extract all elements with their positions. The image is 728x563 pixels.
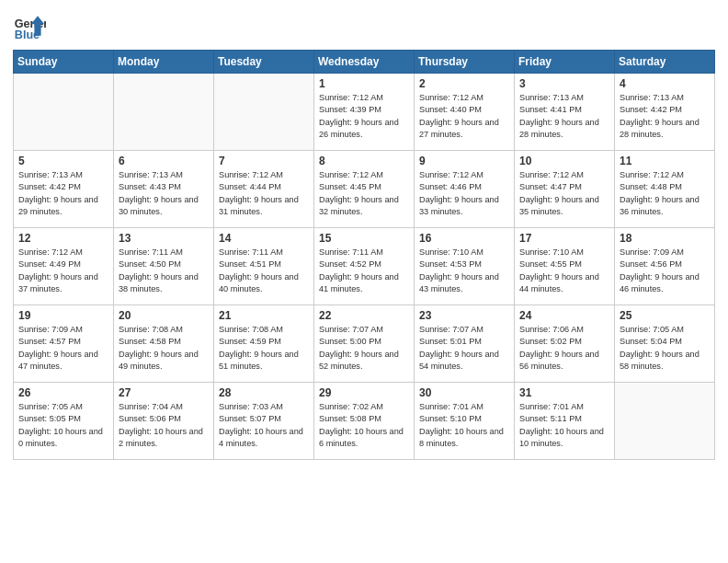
day-info: Sunrise: 7:13 AMSunset: 4:42 PMDaylight:… [18,169,108,218]
calendar-cell: 7Sunrise: 7:12 AMSunset: 4:44 PMDaylight… [214,151,314,228]
day-info: Sunrise: 7:05 AMSunset: 5:05 PMDaylight:… [18,401,108,450]
day-number: 11 [620,155,710,167]
day-number: 29 [319,386,409,399]
day-info: Sunrise: 7:12 AMSunset: 4:47 PMDaylight:… [519,169,609,218]
day-info: Sunrise: 7:12 AMSunset: 4:45 PMDaylight:… [319,169,409,218]
day-number: 31 [519,386,609,399]
day-number: 24 [519,309,609,322]
calendar-cell [114,74,214,151]
calendar-cell: 1Sunrise: 7:12 AMSunset: 4:39 PMDaylight… [314,74,415,151]
calendar-cell: 21Sunrise: 7:08 AMSunset: 4:59 PMDayligh… [214,305,314,383]
weekday-header-monday: Monday [114,51,214,74]
day-number: 28 [219,386,309,399]
day-number: 22 [319,309,409,322]
day-number: 14 [219,232,309,245]
day-number: 25 [620,309,710,322]
week-row-1: 1Sunrise: 7:12 AMSunset: 4:39 PMDaylight… [14,74,715,151]
calendar-cell: 4Sunrise: 7:13 AMSunset: 4:42 PMDaylight… [615,74,715,151]
calendar-cell: 24Sunrise: 7:06 AMSunset: 5:02 PMDayligh… [515,305,615,383]
day-info: Sunrise: 7:07 AMSunset: 5:01 PMDaylight:… [419,324,509,373]
week-row-4: 19Sunrise: 7:09 AMSunset: 4:57 PMDayligh… [14,305,715,383]
calendar-cell: 25Sunrise: 7:05 AMSunset: 5:04 PMDayligh… [615,305,715,383]
calendar-cell: 2Sunrise: 7:12 AMSunset: 4:40 PMDaylight… [415,74,515,151]
weekday-header-sunday: Sunday [14,51,114,74]
week-row-5: 26Sunrise: 7:05 AMSunset: 5:05 PMDayligh… [14,383,715,460]
day-number: 15 [319,232,409,245]
page: General Blue SundayMondayTuesdayWednesda… [0,0,728,563]
calendar-cell: 9Sunrise: 7:12 AMSunset: 4:46 PMDaylight… [415,151,515,228]
calendar-cell: 3Sunrise: 7:13 AMSunset: 4:41 PMDaylight… [515,74,615,151]
day-number: 3 [519,77,609,90]
day-number: 27 [119,386,209,399]
day-info: Sunrise: 7:02 AMSunset: 5:08 PMDaylight:… [319,401,409,450]
header: General Blue [13,9,715,42]
calendar-cell: 19Sunrise: 7:09 AMSunset: 4:57 PMDayligh… [14,305,114,383]
day-number: 16 [419,232,509,245]
day-info: Sunrise: 7:12 AMSunset: 4:39 PMDaylight:… [319,92,409,141]
calendar-cell: 22Sunrise: 7:07 AMSunset: 5:00 PMDayligh… [314,305,415,383]
calendar-cell: 27Sunrise: 7:04 AMSunset: 5:06 PMDayligh… [114,383,214,460]
day-number: 6 [119,155,209,167]
day-number: 2 [419,77,509,90]
day-number: 18 [620,232,710,245]
day-info: Sunrise: 7:01 AMSunset: 5:10 PMDaylight:… [419,401,509,450]
calendar-cell: 11Sunrise: 7:12 AMSunset: 4:48 PMDayligh… [615,151,715,228]
calendar-cell: 6Sunrise: 7:13 AMSunset: 4:43 PMDaylight… [114,151,214,228]
day-info: Sunrise: 7:04 AMSunset: 5:06 PMDaylight:… [119,401,209,450]
calendar-cell [214,74,314,151]
calendar-cell: 16Sunrise: 7:10 AMSunset: 4:53 PMDayligh… [415,228,515,305]
day-number: 17 [519,232,609,245]
calendar-cell: 12Sunrise: 7:12 AMSunset: 4:49 PMDayligh… [14,228,114,305]
day-info: Sunrise: 7:08 AMSunset: 4:58 PMDaylight:… [119,324,209,373]
calendar-cell: 17Sunrise: 7:10 AMSunset: 4:55 PMDayligh… [515,228,615,305]
weekday-header-wednesday: Wednesday [314,51,415,74]
day-info: Sunrise: 7:12 AMSunset: 4:40 PMDaylight:… [419,92,509,141]
day-number: 12 [18,232,108,245]
calendar-cell: 8Sunrise: 7:12 AMSunset: 4:45 PMDaylight… [314,151,415,228]
day-number: 30 [419,386,509,399]
day-info: Sunrise: 7:12 AMSunset: 4:44 PMDaylight:… [219,169,309,218]
day-number: 26 [18,386,108,399]
logo-icon: General Blue [13,9,46,42]
day-info: Sunrise: 7:08 AMSunset: 4:59 PMDaylight:… [219,324,309,373]
day-info: Sunrise: 7:09 AMSunset: 4:57 PMDaylight:… [18,324,108,373]
day-info: Sunrise: 7:11 AMSunset: 4:50 PMDaylight:… [119,247,209,295]
calendar-cell: 5Sunrise: 7:13 AMSunset: 4:42 PMDaylight… [14,151,114,228]
day-number: 21 [219,309,309,322]
day-number: 13 [119,232,209,245]
weekday-header-saturday: Saturday [615,51,715,74]
calendar: SundayMondayTuesdayWednesdayThursdayFrid… [13,50,715,460]
calendar-cell: 26Sunrise: 7:05 AMSunset: 5:05 PMDayligh… [14,383,114,460]
calendar-cell: 13Sunrise: 7:11 AMSunset: 4:50 PMDayligh… [114,228,214,305]
calendar-cell: 28Sunrise: 7:03 AMSunset: 5:07 PMDayligh… [214,383,314,460]
calendar-cell: 31Sunrise: 7:01 AMSunset: 5:11 PMDayligh… [515,383,615,460]
calendar-cell: 29Sunrise: 7:02 AMSunset: 5:08 PMDayligh… [314,383,415,460]
weekday-header-row: SundayMondayTuesdayWednesdayThursdayFrid… [14,51,715,74]
day-info: Sunrise: 7:05 AMSunset: 5:04 PMDaylight:… [620,324,710,373]
day-info: Sunrise: 7:10 AMSunset: 4:55 PMDaylight:… [519,247,609,295]
day-info: Sunrise: 7:11 AMSunset: 4:52 PMDaylight:… [319,247,409,295]
weekday-header-friday: Friday [515,51,615,74]
weekday-header-tuesday: Tuesday [214,51,314,74]
calendar-cell: 15Sunrise: 7:11 AMSunset: 4:52 PMDayligh… [314,228,415,305]
day-number: 1 [319,77,409,90]
day-info: Sunrise: 7:09 AMSunset: 4:56 PMDaylight:… [620,247,710,295]
calendar-cell: 18Sunrise: 7:09 AMSunset: 4:56 PMDayligh… [615,228,715,305]
day-info: Sunrise: 7:13 AMSunset: 4:42 PMDaylight:… [620,92,710,141]
day-info: Sunrise: 7:01 AMSunset: 5:11 PMDaylight:… [519,401,609,450]
day-number: 10 [519,155,609,167]
week-row-2: 5Sunrise: 7:13 AMSunset: 4:42 PMDaylight… [14,151,715,228]
calendar-cell: 14Sunrise: 7:11 AMSunset: 4:51 PMDayligh… [214,228,314,305]
day-info: Sunrise: 7:13 AMSunset: 4:43 PMDaylight:… [119,169,209,218]
day-info: Sunrise: 7:11 AMSunset: 4:51 PMDaylight:… [219,247,309,295]
day-info: Sunrise: 7:13 AMSunset: 4:41 PMDaylight:… [519,92,609,141]
calendar-cell: 30Sunrise: 7:01 AMSunset: 5:10 PMDayligh… [415,383,515,460]
day-info: Sunrise: 7:10 AMSunset: 4:53 PMDaylight:… [419,247,509,295]
calendar-cell [14,74,114,151]
day-number: 20 [119,309,209,322]
logo: General Blue [13,9,48,42]
week-row-3: 12Sunrise: 7:12 AMSunset: 4:49 PMDayligh… [14,228,715,305]
calendar-cell: 23Sunrise: 7:07 AMSunset: 5:01 PMDayligh… [415,305,515,383]
day-info: Sunrise: 7:12 AMSunset: 4:48 PMDaylight:… [620,169,710,218]
calendar-cell: 20Sunrise: 7:08 AMSunset: 4:58 PMDayligh… [114,305,214,383]
